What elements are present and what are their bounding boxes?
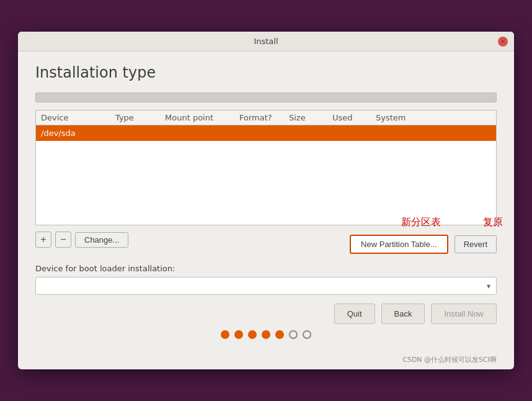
dot-4 <box>262 330 270 339</box>
progress-dots <box>35 330 497 339</box>
col-system: System <box>376 113 491 122</box>
partition-actions-row: + − Change... 新分区表 复原 New Partition Tabl… <box>35 232 497 256</box>
page-title: Installation type <box>35 64 497 81</box>
row-used <box>332 128 376 138</box>
dot-3 <box>248 330 257 339</box>
remove-partition-button[interactable]: − <box>55 232 71 248</box>
titlebar: Install ✕ <box>18 32 514 52</box>
partition-table: Device Type Mount point Format? Size Use… <box>35 110 497 225</box>
table-header: Device Type Mount point Format? Size Use… <box>36 110 496 125</box>
partition-actions: + − Change... <box>35 232 128 248</box>
annotation-revert: 复原 <box>483 216 503 229</box>
row-system <box>376 128 491 138</box>
content-area: Installation type Device Type Mount poin… <box>18 52 514 355</box>
dot-6 <box>289 330 298 339</box>
bottom-actions: Quit Back Install Now <box>35 304 497 324</box>
col-format: Format? <box>239 113 289 122</box>
right-actions: 新分区表 复原 New Partition Table... Revert <box>350 235 497 254</box>
row-type <box>115 128 165 138</box>
revert-button[interactable]: Revert <box>454 235 497 253</box>
row-mount <box>165 128 239 138</box>
change-button[interactable]: Change... <box>75 232 128 248</box>
col-device: Device <box>41 113 115 122</box>
col-size: Size <box>289 113 332 122</box>
add-partition-button[interactable]: + <box>35 232 51 248</box>
progress-bar <box>35 92 497 102</box>
dot-5 <box>275 330 284 339</box>
dot-7 <box>303 330 311 339</box>
bootloader-select[interactable]: /dev/sda VMware, VMware Virtual S (64.4 … <box>35 277 497 295</box>
col-used: Used <box>332 113 376 122</box>
col-type: Type <box>115 113 165 122</box>
install-now-button[interactable]: Install Now <box>431 304 497 324</box>
bootloader-section: Device for boot loader installation: /de… <box>35 264 497 295</box>
bootloader-label: Device for boot loader installation: <box>35 264 497 273</box>
new-partition-table-button[interactable]: New Partition Table... <box>350 235 448 254</box>
back-button[interactable]: Back <box>381 304 425 324</box>
col-mount: Mount point <box>165 113 239 122</box>
annotation-new-partition: 新分区表 <box>401 216 441 229</box>
table-body: /dev/sda <box>36 125 496 225</box>
table-row[interactable]: /dev/sda <box>36 125 496 141</box>
row-size <box>289 128 332 138</box>
close-button[interactable]: ✕ <box>498 37 508 47</box>
window-title: Install <box>254 37 278 46</box>
dot-1 <box>221 330 229 339</box>
bootloader-select-wrapper: /dev/sda VMware, VMware Virtual S (64.4 … <box>35 277 497 295</box>
dot-2 <box>234 330 243 339</box>
row-format <box>239 128 289 138</box>
row-device: /dev/sda <box>41 128 115 138</box>
quit-button[interactable]: Quit <box>334 304 375 324</box>
watermark: CSDN @什么时候可以发SCI啊 <box>18 355 514 369</box>
